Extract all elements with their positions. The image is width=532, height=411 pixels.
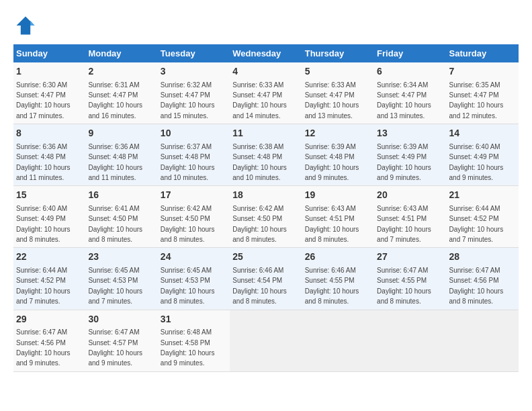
- day-info: Sunrise: 6:44 AMSunset: 4:52 PMDaylight:…: [449, 205, 504, 243]
- day-info: Sunrise: 6:45 AMSunset: 4:53 PMDaylight:…: [161, 267, 215, 305]
- calendar-cell: 29Sunrise: 6:47 AMSunset: 4:56 PMDayligh…: [13, 310, 85, 371]
- logo-icon: [13, 13, 38, 38]
- calendar-cell: 26Sunrise: 6:46 AMSunset: 4:55 PMDayligh…: [302, 248, 374, 310]
- calendar-cell: 10Sunrise: 6:37 AMSunset: 4:48 PMDayligh…: [158, 124, 230, 186]
- weekday-header-row: SundayMondayTuesdayWednesdayThursdayFrid…: [13, 44, 519, 62]
- calendar-cell: 17Sunrise: 6:42 AMSunset: 4:50 PMDayligh…: [158, 186, 230, 248]
- calendar-cell: 24Sunrise: 6:45 AMSunset: 4:53 PMDayligh…: [158, 248, 230, 310]
- day-info: Sunrise: 6:43 AMSunset: 4:51 PMDaylight:…: [305, 205, 359, 243]
- weekday-header: Tuesday: [158, 44, 230, 62]
- day-number: 25: [232, 250, 299, 264]
- calendar-week-row: 22Sunrise: 6:44 AMSunset: 4:52 PMDayligh…: [13, 248, 519, 310]
- weekday-header: Friday: [374, 44, 446, 62]
- calendar-cell: 16Sunrise: 6:41 AMSunset: 4:50 PMDayligh…: [85, 186, 157, 248]
- day-number: 30: [88, 313, 154, 326]
- day-number: 11: [232, 127, 299, 140]
- calendar-cell: 9Sunrise: 6:36 AMSunset: 4:48 PMDaylight…: [85, 124, 157, 186]
- day-info: Sunrise: 6:42 AMSunset: 4:50 PMDaylight:…: [232, 205, 287, 243]
- day-info: Sunrise: 6:39 AMSunset: 4:48 PMDaylight:…: [305, 143, 359, 181]
- calendar-cell: 27Sunrise: 6:47 AMSunset: 4:55 PMDayligh…: [374, 248, 446, 310]
- day-number: 31: [161, 313, 227, 326]
- calendar-cell: [302, 310, 374, 371]
- day-info: Sunrise: 6:46 AMSunset: 4:55 PMDaylight:…: [305, 267, 359, 305]
- calendar-cell: 28Sunrise: 6:47 AMSunset: 4:56 PMDayligh…: [447, 248, 519, 310]
- day-number: 15: [16, 189, 83, 202]
- calendar-cell: 8Sunrise: 6:36 AMSunset: 4:48 PMDaylight…: [13, 124, 85, 186]
- day-info: Sunrise: 6:39 AMSunset: 4:49 PMDaylight:…: [377, 143, 431, 181]
- calendar-cell: 5Sunrise: 6:33 AMSunset: 4:47 PMDaylight…: [302, 62, 374, 124]
- calendar-table: SundayMondayTuesdayWednesdayThursdayFrid…: [13, 44, 519, 372]
- calendar-cell: 13Sunrise: 6:39 AMSunset: 4:49 PMDayligh…: [374, 124, 446, 186]
- page-header: [13, 13, 519, 38]
- day-number: 18: [232, 189, 299, 202]
- day-info: Sunrise: 6:32 AMSunset: 4:47 PMDaylight:…: [161, 81, 215, 120]
- day-info: Sunrise: 6:34 AMSunset: 4:47 PMDaylight:…: [377, 81, 431, 120]
- calendar-cell: 3Sunrise: 6:32 AMSunset: 4:47 PMDaylight…: [158, 62, 230, 124]
- calendar-cell: 30Sunrise: 6:47 AMSunset: 4:57 PMDayligh…: [85, 310, 157, 371]
- weekday-header: Saturday: [447, 44, 519, 62]
- day-number: 7: [449, 65, 516, 79]
- day-number: 4: [232, 65, 299, 79]
- day-number: 2: [88, 65, 154, 79]
- calendar-week-row: 29Sunrise: 6:47 AMSunset: 4:56 PMDayligh…: [13, 310, 519, 371]
- day-info: Sunrise: 6:47 AMSunset: 4:56 PMDaylight:…: [16, 328, 71, 367]
- day-info: Sunrise: 6:31 AMSunset: 4:47 PMDaylight:…: [88, 81, 142, 120]
- calendar-cell: 23Sunrise: 6:45 AMSunset: 4:53 PMDayligh…: [85, 248, 157, 310]
- day-number: 29: [16, 313, 83, 326]
- day-number: 13: [377, 127, 443, 140]
- day-info: Sunrise: 6:45 AMSunset: 4:53 PMDaylight:…: [88, 267, 142, 305]
- day-info: Sunrise: 6:41 AMSunset: 4:50 PMDaylight:…: [88, 205, 142, 243]
- day-info: Sunrise: 6:35 AMSunset: 4:47 PMDaylight:…: [449, 81, 504, 120]
- day-info: Sunrise: 6:40 AMSunset: 4:49 PMDaylight:…: [449, 143, 504, 181]
- day-number: 24: [161, 250, 227, 264]
- day-info: Sunrise: 6:47 AMSunset: 4:56 PMDaylight:…: [449, 267, 504, 305]
- day-number: 20: [377, 189, 443, 202]
- calendar-cell: 15Sunrise: 6:40 AMSunset: 4:49 PMDayligh…: [13, 186, 85, 248]
- day-info: Sunrise: 6:37 AMSunset: 4:48 PMDaylight:…: [161, 143, 215, 181]
- day-info: Sunrise: 6:46 AMSunset: 4:54 PMDaylight:…: [232, 267, 287, 305]
- day-number: 9: [88, 127, 154, 140]
- day-info: Sunrise: 6:38 AMSunset: 4:48 PMDaylight:…: [232, 143, 287, 181]
- day-info: Sunrise: 6:42 AMSunset: 4:50 PMDaylight:…: [161, 205, 215, 243]
- calendar-cell: 14Sunrise: 6:40 AMSunset: 4:49 PMDayligh…: [447, 124, 519, 186]
- weekday-header: Monday: [85, 44, 157, 62]
- day-number: 23: [88, 250, 154, 264]
- calendar-cell: [374, 310, 446, 371]
- day-info: Sunrise: 6:36 AMSunset: 4:48 PMDaylight:…: [88, 143, 142, 181]
- calendar-cell: [447, 310, 519, 371]
- day-number: 1: [16, 65, 83, 79]
- calendar-cell: 25Sunrise: 6:46 AMSunset: 4:54 PMDayligh…: [230, 248, 302, 310]
- calendar-cell: 12Sunrise: 6:39 AMSunset: 4:48 PMDayligh…: [302, 124, 374, 186]
- calendar-cell: 21Sunrise: 6:44 AMSunset: 4:52 PMDayligh…: [447, 186, 519, 248]
- day-number: 10: [161, 127, 227, 140]
- calendar-cell: 1Sunrise: 6:30 AMSunset: 4:47 PMDaylight…: [13, 62, 85, 124]
- day-number: 17: [161, 189, 227, 202]
- calendar-cell: 18Sunrise: 6:42 AMSunset: 4:50 PMDayligh…: [230, 186, 302, 248]
- calendar-cell: 22Sunrise: 6:44 AMSunset: 4:52 PMDayligh…: [13, 248, 85, 310]
- day-number: 6: [377, 65, 443, 79]
- calendar-cell: 20Sunrise: 6:43 AMSunset: 4:51 PMDayligh…: [374, 186, 446, 248]
- calendar-week-row: 15Sunrise: 6:40 AMSunset: 4:49 PMDayligh…: [13, 186, 519, 248]
- day-number: 28: [449, 250, 516, 264]
- day-number: 26: [305, 250, 371, 264]
- day-number: 12: [305, 127, 371, 140]
- day-number: 3: [161, 65, 227, 79]
- svg-marker-1: [30, 21, 34, 26]
- calendar-cell: 31Sunrise: 6:48 AMSunset: 4:58 PMDayligh…: [158, 310, 230, 371]
- day-info: Sunrise: 6:47 AMSunset: 4:57 PMDaylight:…: [88, 328, 142, 367]
- day-info: Sunrise: 6:30 AMSunset: 4:47 PMDaylight:…: [16, 81, 71, 120]
- calendar-cell: [230, 310, 302, 371]
- day-info: Sunrise: 6:47 AMSunset: 4:55 PMDaylight:…: [377, 267, 431, 305]
- day-number: 22: [16, 250, 83, 264]
- calendar-week-row: 1Sunrise: 6:30 AMSunset: 4:47 PMDaylight…: [13, 62, 519, 124]
- day-number: 21: [449, 189, 516, 202]
- day-info: Sunrise: 6:44 AMSunset: 4:52 PMDaylight:…: [16, 267, 71, 305]
- day-info: Sunrise: 6:40 AMSunset: 4:49 PMDaylight:…: [16, 205, 71, 243]
- calendar-cell: 19Sunrise: 6:43 AMSunset: 4:51 PMDayligh…: [302, 186, 374, 248]
- calendar-cell: 6Sunrise: 6:34 AMSunset: 4:47 PMDaylight…: [374, 62, 446, 124]
- day-number: 8: [16, 127, 83, 140]
- day-number: 14: [449, 127, 516, 140]
- day-info: Sunrise: 6:48 AMSunset: 4:58 PMDaylight:…: [161, 328, 215, 367]
- day-number: 16: [88, 189, 154, 202]
- weekday-header: Wednesday: [230, 44, 302, 62]
